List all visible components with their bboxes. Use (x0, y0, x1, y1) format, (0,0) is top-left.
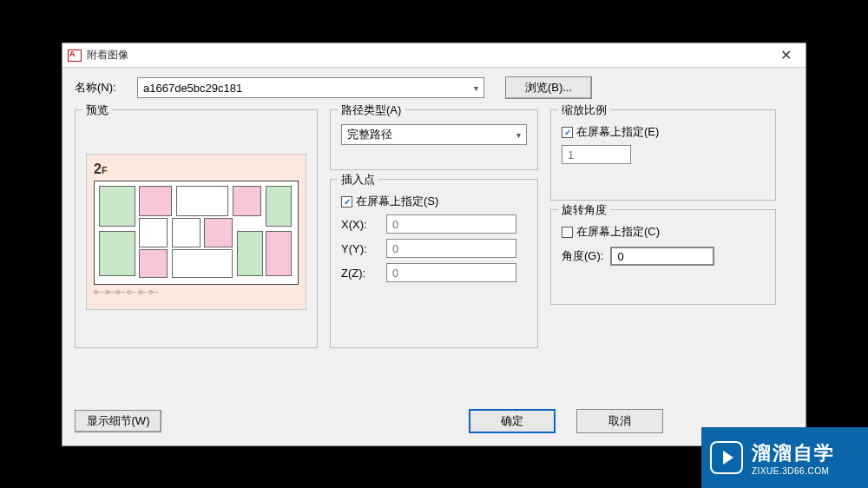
rotation-specify-row: 在屏幕上指定(C) (562, 224, 765, 240)
floorplan-thumbnail (94, 181, 299, 285)
watermark: 溜溜自学 ZIXUE.3D66.COM (701, 427, 868, 488)
z-label: Z(Z): (341, 267, 379, 280)
scale-group: 缩放比例 ✓ 在屏幕上指定(E) 1 (550, 109, 776, 201)
browse-button[interactable]: 浏览(B)... (505, 76, 592, 99)
angle-row: 角度(G): 0 (562, 247, 765, 266)
ok-button[interactable]: 确定 (469, 409, 556, 433)
app-icon (68, 49, 82, 62)
window-title: 附着图像 (87, 48, 128, 63)
x-input[interactable]: 0 (386, 214, 516, 234)
preview-image: 2F (86, 154, 306, 310)
y-input[interactable]: 0 (386, 239, 516, 258)
scale-specify-row: ✓ 在屏幕上指定(E) (562, 124, 765, 140)
bottom-row: 显示细节(W) 确定 取消 (75, 409, 793, 433)
rotation-group: 旋转角度 在屏幕上指定(C) 角度(G): 0 (550, 209, 776, 305)
scale-title: 缩放比例 (558, 102, 610, 118)
cancel-button[interactable]: 取消 (576, 409, 663, 433)
name-value: a1667de5bc29c181 (143, 82, 242, 95)
close-button[interactable]: ✕ (771, 46, 800, 65)
rotation-title: 旋转角度 (558, 202, 610, 218)
y-label: Y(Y): (341, 242, 379, 255)
insert-z-row: Z(Z): 0 (341, 263, 527, 282)
column-preview: 预览 2F (75, 109, 318, 357)
name-label: 名称(N): (75, 80, 130, 96)
insert-x-row: X(X): 0 (341, 214, 527, 234)
chevron-down-icon: ▾ (474, 83, 478, 93)
name-row: 名称(N): a1667de5bc29c181 ▾ 浏览(B)... (75, 76, 793, 99)
angle-input[interactable]: 0 (610, 247, 714, 266)
floor-label: 2F (94, 162, 299, 177)
attach-image-dialog: 附着图像 ✕ 名称(N): a1667de5bc29c181 ▾ 浏览(B)..… (62, 43, 806, 446)
insert-specify-checkbox[interactable]: ✓ (341, 196, 352, 208)
rotation-specify-label: 在屏幕上指定(C) (576, 224, 660, 240)
chevron-down-icon: ▾ (516, 130, 521, 140)
column-mid: 路径类型(A) 完整路径 ▾ 插入点 ✓ 在屏幕上指定(S) X(X): 0 (330, 109, 538, 357)
dialog-buttons: 确定 取消 (469, 409, 663, 433)
insert-point-group: 插入点 ✓ 在屏幕上指定(S) X(X): 0 Y(Y): 0 Z(Z): (330, 179, 538, 348)
z-input[interactable]: 0 (386, 263, 516, 282)
angle-label: 角度(G): (562, 248, 603, 264)
columns: 预览 2F (75, 109, 793, 357)
dialog-content: 名称(N): a1667de5bc29c181 ▾ 浏览(B)... 预览 2F (62, 68, 806, 366)
path-type-group: 路径类型(A) 完整路径 ▾ (330, 109, 538, 170)
play-icon (710, 441, 743, 474)
name-dropdown[interactable]: a1667de5bc29c181 ▾ (137, 77, 484, 98)
preview-title: 预览 (82, 102, 112, 118)
path-type-value: 完整路径 (347, 127, 392, 142)
scale-specify-checkbox[interactable]: ✓ (562, 127, 573, 138)
show-details-button[interactable]: 显示细节(W) (75, 410, 161, 432)
insert-y-row: Y(Y): 0 (341, 239, 527, 258)
insert-specify-label: 在屏幕上指定(S) (356, 194, 438, 209)
path-type-title: 路径类型(A) (338, 102, 404, 118)
preview-group: 预览 2F (75, 109, 318, 348)
column-right: 缩放比例 ✓ 在屏幕上指定(E) 1 旋转角度 在屏幕上指定(C) 角度(G): (550, 109, 776, 357)
preview-legend: ◎— ◎— ◎— ◎— ◎— ◎— (94, 288, 299, 294)
watermark-text: 溜溜自学 ZIXUE.3D66.COM (752, 440, 835, 476)
scale-input[interactable]: 1 (562, 145, 631, 164)
scale-specify-label: 在屏幕上指定(E) (576, 124, 659, 140)
titlebar: 附着图像 ✕ (62, 43, 806, 68)
rotation-specify-checkbox[interactable] (562, 227, 573, 238)
insert-specify-row: ✓ 在屏幕上指定(S) (341, 194, 527, 209)
x-label: X(X): (341, 218, 379, 231)
path-type-dropdown[interactable]: 完整路径 ▾ (341, 124, 527, 145)
insert-point-title: 插入点 (338, 172, 378, 188)
